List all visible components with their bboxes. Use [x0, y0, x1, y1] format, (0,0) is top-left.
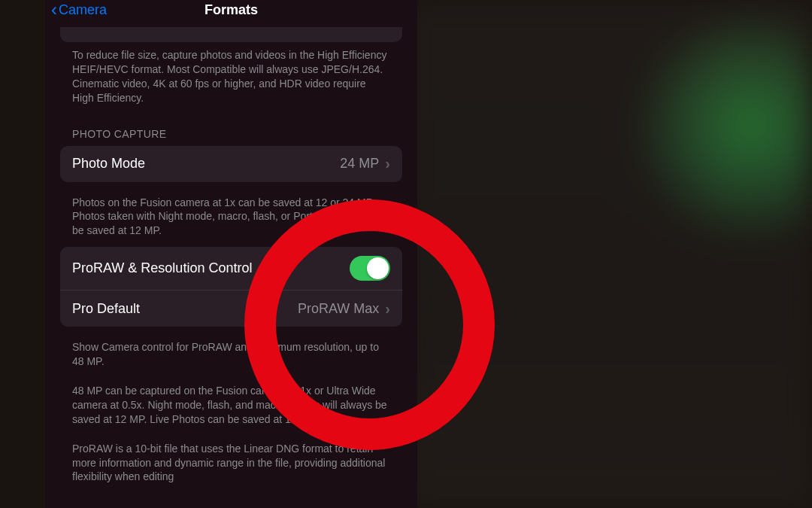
proraw-control-row[interactable]: ProRAW & Resolution Control: [60, 247, 402, 291]
nav-header: ‹ Camera Formats: [45, 0, 417, 20]
proraw-footer-3: ProRAW is a 10-bit file that uses the Li…: [45, 436, 417, 494]
pro-default-value-container: ProRAW Max ›: [298, 300, 390, 318]
back-button[interactable]: ‹ Camera: [51, 1, 107, 19]
pro-default-value: ProRAW Max: [298, 301, 379, 317]
toggle-knob: [367, 257, 389, 279]
proraw-footer-1: Show Camera control for ProRAW and maxim…: [45, 334, 417, 378]
camera-capture-footer: To reduce file size, capture photos and …: [45, 42, 417, 114]
back-label: Camera: [59, 2, 107, 18]
settings-panel: ‹ Camera Formats To reduce file size, ca…: [45, 0, 417, 508]
proraw-group: ProRAW & Resolution Control Pro Default …: [60, 247, 402, 327]
chevron-right-icon: ›: [385, 300, 390, 318]
photo-mode-row[interactable]: Photo Mode 24 MP ›: [60, 146, 402, 182]
chevron-right-icon: ›: [385, 155, 390, 172]
proraw-toggle[interactable]: [350, 256, 390, 281]
photo-mode-value: 24 MP: [340, 156, 379, 172]
blurred-background: [406, 0, 812, 508]
proraw-control-label: ProRAW & Resolution Control: [72, 260, 252, 276]
photo-capture-header: PHOTO CAPTURE: [45, 114, 417, 146]
pro-default-label: Pro Default: [72, 301, 140, 317]
photo-mode-footer: Photos on the Fusion camera at 1x can be…: [45, 190, 417, 248]
photo-mode-group: Photo Mode 24 MP ›: [60, 146, 402, 182]
photo-mode-label: Photo Mode: [72, 156, 145, 172]
camera-capture-group-partial: [60, 27, 402, 42]
chevron-left-icon: ‹: [51, 1, 57, 19]
proraw-footer-2: 48 MP can be captured on the Fusion came…: [45, 378, 417, 436]
photo-mode-value-container: 24 MP ›: [340, 155, 390, 172]
pro-default-row[interactable]: Pro Default ProRAW Max ›: [60, 291, 402, 327]
